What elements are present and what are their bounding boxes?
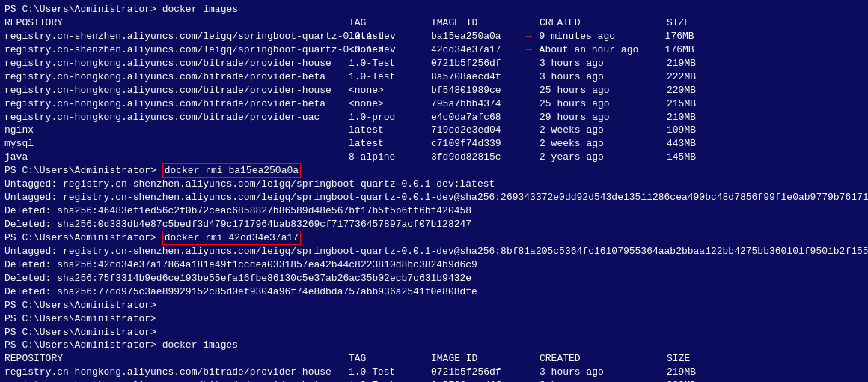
line-img-4: registry.cn-hongkong.aliyuncs.com/bitrad… (4, 70, 864, 84)
line-img-6: registry.cn-hongkong.aliyuncs.com/bitrad… (4, 97, 864, 111)
terminal-window: PS C:\Users\Administrator> docker images… (0, 0, 868, 382)
line-img-5: registry.cn-hongkong.aliyuncs.com/bitrad… (4, 84, 864, 97)
line-img-7: registry.cn-hongkong.aliyuncs.com/bitrad… (4, 111, 864, 124)
line-untag-1: Untagged: registry.cn-shenzhen.aliyuncs.… (4, 178, 864, 191)
line-untag-2: Untagged: registry.cn-shenzhen.aliyuncs.… (4, 191, 864, 204)
line-untag-3: Untagged: registry.cn-shenzhen.aliyuncs.… (4, 245, 864, 258)
line-2nd-img-2: registry.cn-hongkong.aliyuncs.com/bitrad… (4, 379, 864, 382)
line-img-3: registry.cn-hongkong.aliyuncs.com/bitrad… (4, 57, 864, 70)
line-del-2: Deleted: sha256:0d383db4e87c5bedf3d479c1… (4, 218, 864, 231)
line-header-1: REPOSITORYTAGIMAGE IDCREATEDSIZE (4, 16, 864, 30)
line-rmi-2: PS C:\Users\Administrator> docker rmi 42… (4, 231, 864, 245)
line-blank-1: PS C:\Users\Administrator> (4, 299, 864, 312)
line-2nd-cmd: PS C:\Users\Administrator> docker images (4, 339, 864, 352)
line-img-10: java8-alpine3fd9dd82815c2 years ago145MB (4, 151, 864, 164)
line-blank-3: PS C:\Users\Administrator> (4, 326, 864, 339)
line-img-1: registry.cn-shenzhen.aliyuncs.com/leigq/… (4, 30, 864, 43)
line-img-9: mysqllatestc7109f74d3392 weeks ago443MB (4, 137, 864, 151)
line-header-2: REPOSITORYTAGIMAGE IDCREATEDSIZE (4, 352, 864, 366)
line-del-4: Deleted: sha256:75f3314b9ed6ce193be55efa… (4, 272, 864, 285)
line-del-5: Deleted: sha256:77cd975c3ae89929152c85d0… (4, 285, 864, 299)
line-del-1: Deleted: sha256:46483ef1ed56c2f0b72ceac6… (4, 204, 864, 218)
line-1: PS C:\Users\Administrator> docker images (4, 3, 864, 16)
line-blank-2: PS C:\Users\Administrator> (4, 312, 864, 326)
line-2nd-img-1: registry.cn-hongkong.aliyuncs.com/bitrad… (4, 366, 864, 379)
line-img-2: registry.cn-shenzhen.aliyuncs.com/leigq/… (4, 43, 864, 57)
line-img-8: nginxlatest719cd2e3ed042 weeks ago109MB (4, 124, 864, 137)
line-del-3: Deleted: sha256:42cd34e37a17864a181e49f1… (4, 258, 864, 272)
line-rmi-1: PS C:\Users\Administrator> docker rmi ba… (4, 164, 864, 178)
